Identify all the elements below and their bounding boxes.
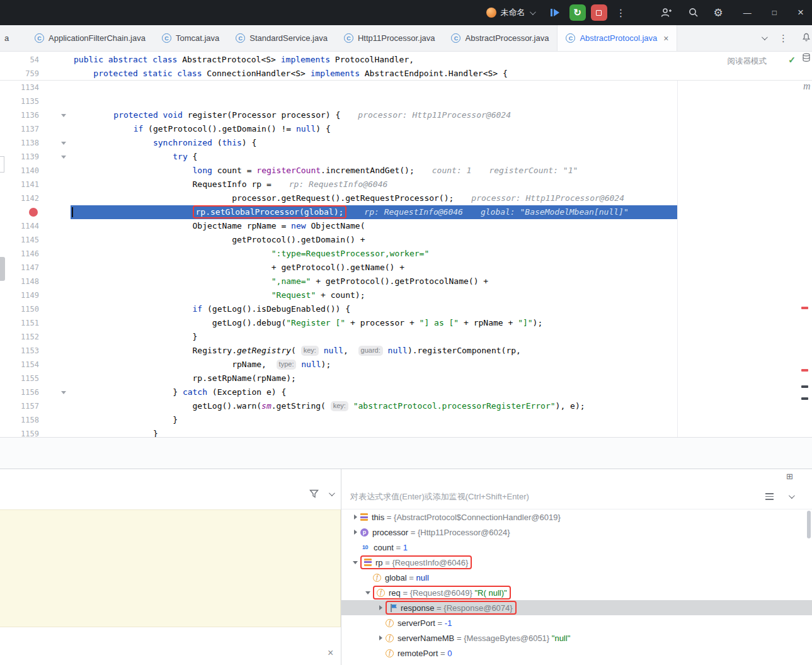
watch-options-icon[interactable] (765, 493, 774, 500)
code-line-1151[interactable]: 1151 getLog().debug("Register [" + proce… (0, 316, 812, 330)
line-number[interactable]: 1150 (0, 302, 39, 316)
code-line-1142[interactable]: 1142 processor.getRequest().getRequestPr… (0, 191, 812, 205)
code-with-me-button[interactable] (661, 8, 672, 18)
code-line-1145[interactable]: 1145 getProtocol().getDomain() + (0, 233, 812, 247)
gutter[interactable]: 1152 (0, 330, 71, 344)
close-window-button[interactable]: × (798, 6, 804, 19)
fold-icon[interactable] (61, 142, 66, 145)
gutter[interactable]: 1141 (0, 178, 71, 191)
evaluate-expression-input[interactable]: 对表达式求值(Enter)或添加监视(Ctrl+Shift+Enter) (350, 491, 529, 503)
code-line-1153[interactable]: 1153 Registry.getRegistry( key: null, gu… (0, 344, 812, 358)
line-number[interactable]: 1157 (0, 399, 39, 413)
chevron-right-icon[interactable] (350, 530, 360, 535)
project-selector[interactable]: 未命名 (486, 7, 534, 18)
chevron-right-icon[interactable] (350, 514, 360, 520)
fold-icon[interactable] (61, 391, 66, 394)
code-line-1144[interactable]: 1144 ObjectName rpName = new ObjectName( (0, 219, 812, 233)
code-line-1157[interactable]: 1157 getLog().warn(sm.getString( key: "a… (0, 399, 812, 413)
gutter[interactable]: 1149 (0, 288, 71, 302)
code-line-1158[interactable]: 1158 } (0, 413, 812, 427)
gutter[interactable]: 1155 (0, 372, 71, 385)
line-number[interactable]: 1158 (0, 413, 39, 427)
left-toolstripe-mark[interactable] (0, 257, 5, 281)
gutter[interactable]: 1146 (0, 247, 71, 261)
close-popup-icon[interactable]: × (328, 648, 333, 658)
code-line-1159[interactable]: 1159 } (0, 427, 812, 438)
sticky-line-759[interactable]: 759 protected static class ConnectionHan… (0, 67, 812, 81)
line-number[interactable]: 1135 (0, 94, 39, 108)
gutter[interactable]: 1135 (0, 94, 71, 108)
code-line-1137[interactable]: 1137 if (getProtocol().getDomain() != nu… (0, 122, 812, 136)
chevron-right-icon[interactable] (375, 605, 386, 610)
code-line-1156[interactable]: 1156 } catch (Exception e) { (0, 385, 812, 399)
tab-AbstractProtocol.java[interactable]: CAbstractProtocol.java× (557, 25, 677, 51)
gutter[interactable]: 1138 (0, 136, 71, 150)
gutter[interactable]: 1139 (0, 150, 71, 164)
variable-row-this[interactable]: this = {AbstractProtocol$ConnectionHandl… (341, 509, 812, 525)
fold-icon[interactable] (61, 156, 66, 159)
chevron-right-icon[interactable] (375, 635, 386, 640)
chevron-down-icon[interactable] (363, 591, 373, 594)
breakpoint-icon[interactable] (29, 208, 38, 217)
gutter[interactable]: 1151 (0, 316, 71, 330)
fold-icon[interactable] (61, 114, 66, 117)
code-line-1154[interactable]: 1154 rpName, type: null); (0, 358, 812, 372)
stop-button[interactable] (591, 4, 607, 21)
gutter[interactable]: 1150 (0, 302, 71, 316)
chevron-down-icon[interactable] (350, 561, 360, 564)
code-line-1148[interactable]: 1148 ",name=" + getProtocol().getProtoco… (0, 275, 812, 288)
line-number[interactable]: 1147 (0, 261, 39, 275)
layout-settings-icon[interactable]: ⊞ (786, 472, 793, 481)
left-toolstripe-mark[interactable] (0, 156, 4, 173)
tab-StandardService.java[interactable]: CStandardService.java (227, 25, 336, 51)
tab-partial[interactable]: a (0, 25, 26, 51)
code-line-1139[interactable]: 1139 try { (0, 150, 812, 164)
code-line-1150[interactable]: 1150 if (getLog().isDebugEnabled()) { (0, 302, 812, 316)
line-number[interactable]: 1144 (0, 219, 39, 233)
tab-AbstractProcessor.java[interactable]: CAbstractProcessor.java (443, 25, 557, 51)
gutter[interactable]: 1154 (0, 358, 71, 372)
gutter[interactable]: 1134 (0, 81, 71, 94)
gutter[interactable]: 1136 (0, 108, 71, 122)
line-number[interactable]: 1136 (0, 108, 39, 122)
chevron-down-icon[interactable] (789, 492, 795, 499)
code-line-1149[interactable]: 1149 "Request" + count); (0, 288, 812, 302)
resume-debug-button[interactable] (551, 9, 559, 16)
gutter[interactable] (0, 205, 71, 219)
line-number[interactable]: 1145 (0, 233, 39, 247)
maximize-button[interactable]: □ (772, 8, 777, 17)
tab-Http11Processor.java[interactable]: CHttp11Processor.java (336, 25, 443, 51)
gutter[interactable]: 1148 (0, 275, 71, 288)
reader-mode-label[interactable]: 阅读器模式 (728, 56, 767, 67)
line-number[interactable]: 1141 (0, 178, 39, 191)
gutter[interactable]: 1147 (0, 261, 71, 275)
minimize-button[interactable]: — (743, 8, 752, 18)
line-number[interactable]: 1153 (0, 344, 39, 358)
gutter[interactable]: 1144 (0, 219, 71, 233)
code-editor[interactable]: 113411351136 protected void register(Pro… (0, 81, 812, 438)
gutter[interactable]: 1140 (0, 164, 71, 178)
line-number[interactable]: 1148 (0, 275, 39, 288)
line-number[interactable]: 1137 (0, 122, 39, 136)
code-line-1141[interactable]: 1141 RequestInfo rp =rp: RequestInfo@604… (0, 178, 812, 191)
variable-row-global[interactable]: fglobal = null (341, 570, 812, 585)
code-line-1140[interactable]: 1140 long count = registerCount.incremen… (0, 164, 812, 178)
line-number[interactable]: 1140 (0, 164, 39, 178)
variable-row-processor[interactable]: pprocessor = {Http11Processor@6024} (341, 525, 812, 540)
gutter[interactable]: 1137 (0, 122, 71, 136)
line-number[interactable]: 1142 (0, 191, 39, 205)
line-number[interactable]: 1151 (0, 316, 39, 330)
tab-options-icon[interactable]: ⋮ (779, 33, 788, 44)
gutter[interactable]: 1157 (0, 399, 71, 413)
line-number[interactable]: 1154 (0, 358, 39, 372)
gutter[interactable]: 1142 (0, 191, 71, 205)
line-number[interactable]: 1146 (0, 247, 39, 261)
gutter[interactable]: 1153 (0, 344, 71, 358)
settings-button[interactable]: ⚙ (714, 8, 723, 18)
code-line-1155[interactable]: 1155 rp.setRpName(rpName); (0, 372, 812, 385)
variable-row-serverNameMB[interactable]: fserverNameMB = {MessageBytes@6051} "nul… (341, 630, 812, 645)
search-button[interactable] (689, 8, 699, 18)
line-number[interactable]: 1138 (0, 136, 39, 150)
line-number[interactable]: 1159 (0, 427, 39, 438)
gutter[interactable]: 1156 (0, 385, 71, 399)
